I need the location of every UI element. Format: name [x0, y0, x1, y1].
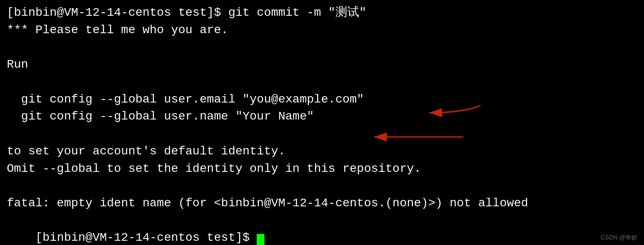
empty-line-1: [7, 39, 637, 56]
line-13: [binbin@VM-12-14-centos test]$: [7, 212, 637, 245]
line-9: to set your account's default identity.: [7, 143, 637, 160]
line-4: Run: [7, 56, 637, 74]
line-12: fatal: empty ident name (for <binbin@VM-…: [7, 195, 637, 212]
terminal-window: [binbin@VM-12-14-centos test]$ git commi…: [0, 0, 644, 245]
empty-line-2: [7, 74, 637, 91]
empty-line-3: [7, 125, 637, 143]
line-2: *** Please tell me who you are.: [7, 22, 637, 39]
line-10: Omit --global to set the identity only i…: [7, 160, 637, 178]
line-7: git config --global user.name "Your Name…: [7, 108, 637, 125]
watermark: CSDN @奇妙: [601, 234, 637, 242]
cursor: [257, 234, 264, 245]
prompt-text: [binbin@VM-12-14-centos test]$: [35, 231, 257, 244]
line-6: git config --global user.email "you@exam…: [7, 91, 637, 108]
empty-line-4: [7, 177, 637, 195]
line-1: [binbin@VM-12-14-centos test]$ git commi…: [7, 4, 637, 22]
